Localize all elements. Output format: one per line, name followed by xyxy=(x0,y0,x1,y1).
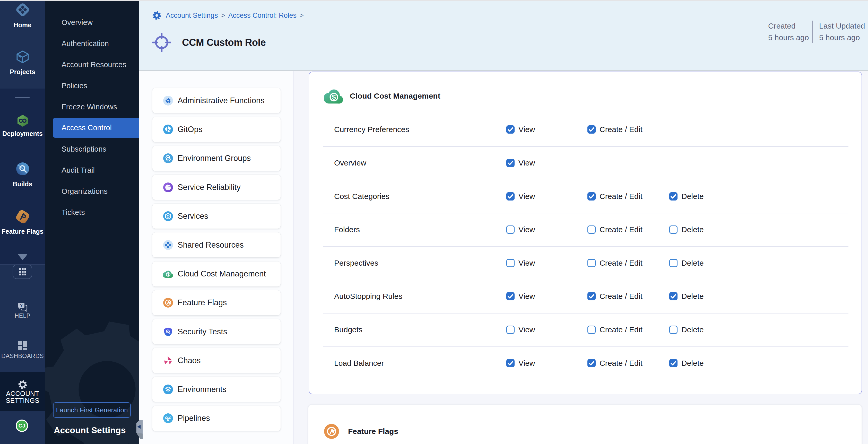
svg-text:?: ? xyxy=(20,303,22,308)
svg-text:$: $ xyxy=(332,93,336,101)
svg-text:$: $ xyxy=(167,272,169,277)
